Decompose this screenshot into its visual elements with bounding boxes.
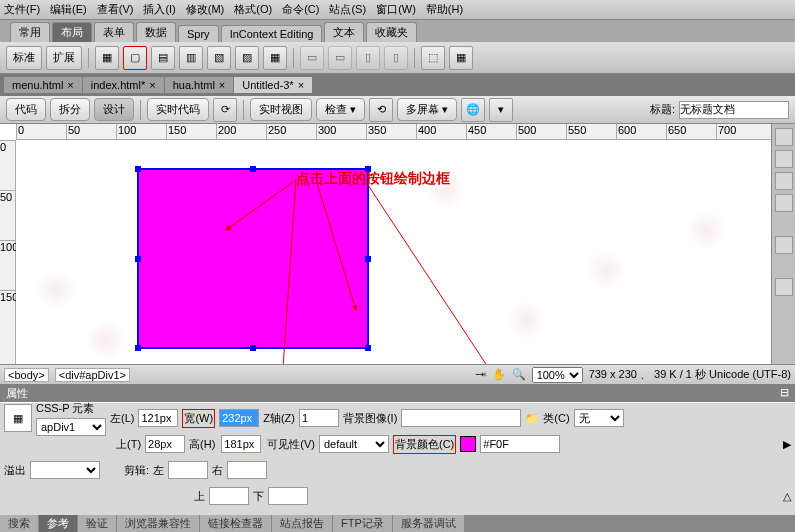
menu-insert[interactable]: 插入(I): [143, 2, 175, 17]
refresh-icon[interactable]: ⟲: [369, 98, 393, 122]
panel-tag-icon[interactable]: [775, 172, 793, 190]
resize-handle-e[interactable]: [365, 256, 371, 262]
height-input[interactable]: [221, 435, 261, 453]
ribbon-tab-text[interactable]: 文本: [324, 22, 364, 42]
options-icon[interactable]: ▾: [489, 98, 513, 122]
folder-icon[interactable]: 📁: [525, 412, 539, 425]
inspect-button[interactable]: 检查 ▾: [316, 98, 365, 121]
menu-commands[interactable]: 命令(C): [282, 2, 319, 17]
resize-handle-sw[interactable]: [135, 345, 141, 351]
pointer-icon[interactable]: ⭲: [475, 369, 486, 381]
help-icon[interactable]: ▶: [783, 438, 791, 451]
view-design-button[interactable]: 设计: [94, 98, 134, 121]
panel-menu-icon[interactable]: ⊟: [780, 386, 789, 400]
multiscreen-button[interactable]: 多屏幕 ▾: [397, 98, 457, 121]
panel-apel-icon[interactable]: [775, 150, 793, 168]
resize-handle-s[interactable]: [250, 345, 256, 351]
live-code-button[interactable]: 实时代码: [147, 98, 209, 121]
tabbed-icon[interactable]: ▥: [179, 46, 203, 70]
overflow-select[interactable]: [30, 461, 100, 479]
panel-behavior-icon[interactable]: [775, 194, 793, 212]
btab-ftp-log[interactable]: FTP记录: [333, 515, 392, 532]
clip-top-input[interactable]: [209, 487, 249, 505]
panel-css-icon[interactable]: [775, 128, 793, 146]
class-select[interactable]: 无: [574, 409, 624, 427]
row-above-icon[interactable]: ▭: [300, 46, 324, 70]
ribbon-tab-common[interactable]: 常用: [10, 22, 50, 42]
btab-browser-compat[interactable]: 浏览器兼容性: [117, 515, 199, 532]
panel-assets-icon[interactable]: [775, 278, 793, 296]
btab-validate[interactable]: 验证: [78, 515, 116, 532]
clip-bottom-input[interactable]: [268, 487, 308, 505]
hand-icon[interactable]: ✋: [492, 368, 506, 381]
btab-server-debug[interactable]: 服务器调试: [393, 515, 464, 532]
resize-handle-nw[interactable]: [135, 166, 141, 172]
top-input[interactable]: [145, 435, 185, 453]
apdiv-element[interactable]: [137, 168, 369, 349]
doc-tab-index[interactable]: index.html*×: [83, 77, 164, 93]
doc-tab-menu[interactable]: menu.html×: [4, 77, 82, 93]
resize-handle-n[interactable]: [250, 166, 256, 172]
clip-right-input[interactable]: [227, 461, 267, 479]
tag-apdiv[interactable]: <div#apDiv1>: [55, 368, 130, 382]
vis-select[interactable]: default: [319, 435, 389, 453]
clip-left-input[interactable]: [168, 461, 208, 479]
doc-tab-untitled3[interactable]: Untitled-3*×: [234, 77, 312, 93]
left-input[interactable]: [138, 409, 178, 427]
table-icon[interactable]: ▦: [263, 46, 287, 70]
delta-icon[interactable]: △: [783, 490, 791, 503]
title-input[interactable]: [679, 101, 789, 119]
menu-modify[interactable]: 修改(M): [186, 2, 225, 17]
zoom-icon[interactable]: 🔍: [512, 368, 526, 381]
view-split-button[interactable]: 拆分: [50, 98, 90, 121]
btab-site-reports[interactable]: 站点报告: [272, 515, 332, 532]
menu-site[interactable]: 站点(S): [329, 2, 366, 17]
menu-edit[interactable]: 编辑(E): [50, 2, 87, 17]
ribbon-tab-forms[interactable]: 表单: [94, 22, 134, 42]
panel-files-icon[interactable]: [775, 236, 793, 254]
frames-icon[interactable]: ▦: [449, 46, 473, 70]
ribbon-tab-data[interactable]: 数据: [136, 22, 176, 42]
id-select[interactable]: apDiv1: [36, 418, 106, 436]
bgimg-input[interactable]: [401, 409, 521, 427]
close-icon[interactable]: ×: [219, 79, 225, 91]
menu-format[interactable]: 格式(O): [234, 2, 272, 17]
row-below-icon[interactable]: ▭: [328, 46, 352, 70]
ribbon-tab-fav[interactable]: 收藏夹: [366, 22, 417, 42]
menu-window[interactable]: 窗口(W): [376, 2, 416, 17]
bgcolor-swatch[interactable]: [460, 436, 476, 452]
collapsible-icon[interactable]: ▨: [235, 46, 259, 70]
close-icon[interactable]: ×: [67, 79, 73, 91]
accordion-icon[interactable]: ▧: [207, 46, 231, 70]
width-input[interactable]: [219, 409, 259, 427]
btn-expanded[interactable]: 扩展: [46, 46, 82, 70]
draw-apdiv-icon[interactable]: ▢: [123, 46, 147, 70]
col-right-icon[interactable]: ▯: [384, 46, 408, 70]
close-icon[interactable]: ×: [149, 79, 155, 91]
design-canvas[interactable]: 点击上面的按钮绘制边框: [16, 140, 771, 364]
resize-handle-se[interactable]: [365, 345, 371, 351]
btab-reference[interactable]: 参考: [39, 515, 77, 532]
view-code-button[interactable]: 代码: [6, 98, 46, 121]
menu-help[interactable]: 帮助(H): [426, 2, 463, 17]
resize-handle-w[interactable]: [135, 256, 141, 262]
menu-file[interactable]: 文件(F): [4, 2, 40, 17]
col-left-icon[interactable]: ▯: [356, 46, 380, 70]
spry-panel-icon[interactable]: ▤: [151, 46, 175, 70]
z-input[interactable]: [299, 409, 339, 427]
toggle-icon[interactable]: ⟳: [213, 98, 237, 122]
live-view-button[interactable]: 实时视图: [250, 98, 312, 121]
menu-view[interactable]: 查看(V): [97, 2, 134, 17]
browser-icon[interactable]: 🌐: [461, 98, 485, 122]
btn-standard[interactable]: 标准: [6, 46, 42, 70]
close-icon[interactable]: ×: [298, 79, 304, 91]
ribbon-tab-incontext[interactable]: InContext Editing: [221, 25, 323, 42]
zoom-select[interactable]: 100%: [532, 367, 583, 383]
btab-search[interactable]: 搜索: [0, 515, 38, 532]
properties-header[interactable]: 属性⊟: [0, 384, 795, 402]
tag-body[interactable]: <body>: [4, 368, 49, 382]
ribbon-tab-spry[interactable]: Spry: [178, 25, 219, 42]
doc-tab-hua[interactable]: hua.html×: [165, 77, 234, 93]
insert-div-icon[interactable]: ▦: [95, 46, 119, 70]
ribbon-tab-layout[interactable]: 布局: [52, 22, 92, 42]
